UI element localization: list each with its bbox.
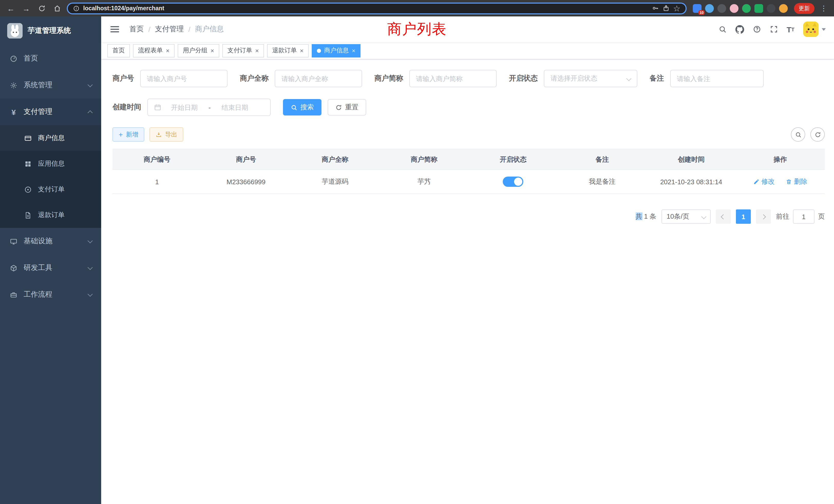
sidebar-subitem-merchant-info[interactable]: 商户信息 [0,125,101,151]
extension-icon-2[interactable] [705,4,714,13]
chevron-down-icon [88,239,92,243]
remark-input[interactable] [670,70,764,87]
delete-link[interactable]: 删除 [786,177,807,186]
browser-back-button[interactable]: ← [5,3,17,14]
page-size-select[interactable]: 10条/页 [661,209,711,224]
col-create-time: 创建时间 [647,149,736,169]
extension-icon-6[interactable] [754,4,763,13]
breadcrumb-current: 商户信息 [195,25,224,34]
close-icon[interactable]: × [255,47,259,54]
page-1-button[interactable]: 1 [736,209,751,224]
url-text: localhost:1024/pay/merchant [83,5,164,11]
extension-icon-3[interactable] [718,4,726,13]
search-icon[interactable] [718,25,726,33]
user-menu[interactable] [803,22,826,37]
pagination-total: 共 1 条 [636,212,656,221]
status-toggle[interactable] [503,177,523,187]
hamburger-icon[interactable] [109,24,120,35]
date-range-picker[interactable]: - [147,98,271,116]
close-icon[interactable]: × [166,47,170,54]
app-logo[interactable]: 芋道管理系统 [0,17,101,45]
sidebar-item-payment[interactable]: ¥ 支付管理 [0,98,101,125]
avatar [803,22,818,37]
refresh-table-button[interactable] [810,127,825,142]
status-select[interactable]: 请选择开启状态 [544,70,637,87]
browser-update-button[interactable]: 更新 [794,3,814,14]
toggle-search-button[interactable] [791,127,805,142]
sidebar-item-home[interactable]: 首页 [0,45,101,72]
address-bar[interactable]: localhost:1024/pay/merchant ☆ [67,2,687,14]
password-key-icon[interactable] [652,5,659,12]
merchant-short-field[interactable] [416,75,490,83]
merchant-no-input[interactable] [140,70,227,87]
next-page-button[interactable] [756,209,771,224]
merchant-name-field[interactable] [281,75,355,83]
breadcrumb-home[interactable]: 首页 [129,25,144,34]
font-size-icon[interactable]: TT [787,25,794,33]
cell-merchant-short: 芋艿 [379,169,468,194]
share-icon[interactable] [662,5,670,12]
tab-process-form[interactable]: 流程表单 × [133,44,175,57]
fullscreen-icon[interactable] [770,25,778,33]
date-separator: - [207,104,212,111]
prev-page-button[interactable] [716,209,731,224]
merchant-name-input[interactable] [275,70,362,87]
bookmark-star-icon[interactable]: ☆ [673,3,680,13]
sidebar-item-label: 工作流程 [24,290,52,299]
sidebar-subitem-app-info[interactable]: 应用信息 [0,151,101,177]
site-info-icon[interactable] [73,5,80,12]
tab-home[interactable]: 首页 [107,44,130,57]
start-date-field[interactable] [164,104,204,111]
remark-field[interactable] [677,75,757,83]
export-button[interactable]: 导出 [150,127,183,142]
goto-page-input[interactable] [793,209,814,224]
merchant-short-input[interactable] [409,70,497,87]
pagination-goto: 前往 页 [776,209,825,224]
sidebar-item-devtools[interactable]: 研发工具 [0,255,101,281]
close-icon[interactable]: × [352,47,355,54]
goto-suffix: 页 [818,212,825,221]
browser-menu-icon[interactable]: ⋮ [818,4,829,12]
extension-icon-7[interactable] [767,4,775,13]
chevron-down-icon [88,84,92,87]
tab-label: 退款订单 [272,46,297,55]
breadcrumb-payment[interactable]: 支付管理 [155,25,184,34]
add-button[interactable]: + 新增 [112,127,144,142]
tab-refund-order[interactable]: 退款订单 × [267,44,309,57]
delete-link-label: 删除 [794,177,807,186]
extension-icon-1[interactable]: 10 [693,4,702,13]
edit-link[interactable]: 修改 [753,177,775,186]
close-icon[interactable]: × [300,47,304,54]
help-icon[interactable] [753,25,761,33]
browser-home-button[interactable] [51,3,63,14]
sidebar-subitem-pay-order[interactable]: 支付订单 [0,177,101,202]
browser-forward-button[interactable]: → [21,3,32,14]
filter-label: 商户简称 [374,74,403,83]
tab-user-group[interactable]: 用户分组 × [178,44,219,57]
github-icon[interactable] [735,25,744,33]
end-date-field[interactable] [215,104,255,111]
yen-icon: ¥ [9,108,18,116]
extension-icon-5[interactable] [742,4,751,13]
sidebar-item-workflow[interactable]: 工作流程 [0,281,101,308]
chevron-up-icon [88,110,92,114]
sidebar-item-label: 应用信息 [38,159,65,168]
cell-create-time: 2021-10-23 08:31:14 [647,169,736,194]
chevron-down-icon [822,28,826,30]
browser-refresh-button[interactable] [36,3,47,14]
navbar-actions: TT [718,22,826,37]
extension-icon-4[interactable] [730,4,739,13]
search-button[interactable]: 搜索 [283,99,322,115]
reset-button-label: 重置 [345,102,358,112]
tab-merchant-info[interactable]: 商户信息 × [312,44,360,57]
reset-button[interactable]: 重置 [328,99,366,115]
close-icon[interactable]: × [211,47,214,54]
tab-label: 用户分组 [183,46,207,55]
sidebar-item-infra[interactable]: 基础设施 [0,228,101,255]
sidebar-item-system[interactable]: 系统管理 [0,72,101,98]
sidebar-subitem-refund-order[interactable]: 退款订单 [0,202,101,228]
merchant-no-field[interactable] [147,75,221,83]
tab-pay-order[interactable]: 支付订单 × [222,44,264,57]
extension-icon-8[interactable] [779,4,788,13]
col-merchant-id: 商户编号 [112,149,202,169]
